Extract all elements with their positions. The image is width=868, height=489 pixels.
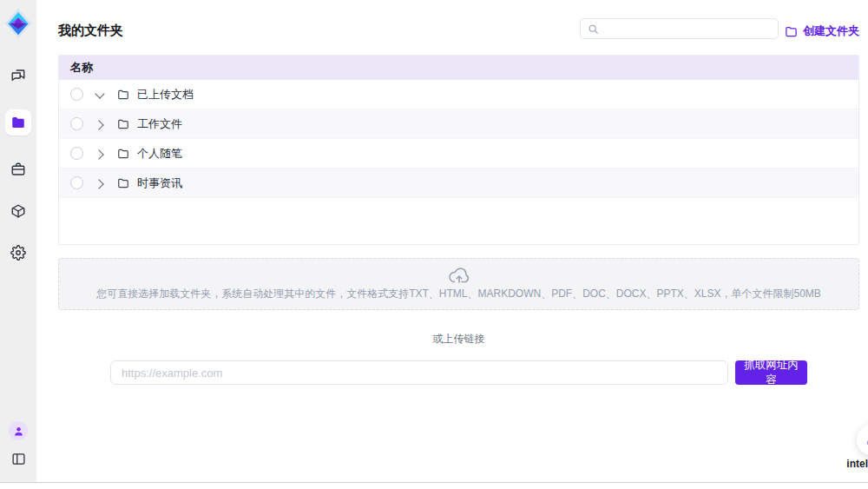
create-folder-button[interactable]: 创建文件夹 — [785, 23, 859, 39]
sidebar — [0, 0, 36, 482]
folder-icon — [117, 177, 129, 189]
chevron-down-icon[interactable] — [96, 91, 103, 98]
page-title: 我的文件夹 — [58, 23, 123, 39]
row-checkbox[interactable] — [70, 147, 83, 160]
search-icon — [588, 23, 599, 35]
create-folder-label: 创建文件夹 — [803, 23, 859, 39]
or-upload-link-label: 或上传链接 — [58, 332, 859, 347]
folder-name[interactable]: 已上传文档 — [137, 87, 194, 102]
chevron-right-icon[interactable] — [96, 180, 103, 187]
user-avatar[interactable] — [9, 421, 28, 440]
person-icon — [13, 426, 24, 437]
upload-dropzone[interactable]: 您可直接选择加载文件夹，系统自动处理其中的文件，文件格式支持TXT、HTML、M… — [58, 258, 859, 310]
sidebar-item-folders[interactable] — [5, 109, 31, 135]
table-header: 名称 — [59, 56, 858, 80]
panel-toggle-icon[interactable] — [10, 451, 26, 466]
search-input[interactable] — [604, 22, 778, 36]
briefcase-icon[interactable] — [10, 162, 26, 177]
intel-wordmark: intel — [846, 458, 868, 470]
intel-core-logo: intel core ultra — [844, 458, 868, 486]
search-box[interactable] — [580, 18, 779, 39]
name-column-header: 名称 — [70, 60, 93, 76]
url-upload-row: 抓取网址内容 — [58, 360, 859, 385]
folder-name[interactable]: 个人随笔 — [137, 146, 182, 162]
folder-icon — [117, 118, 129, 130]
download-button[interactable] — [857, 424, 868, 456]
upload-hint-text: 您可直接选择加载文件夹，系统自动处理其中的文件，文件格式支持TXT、HTML、M… — [96, 287, 821, 301]
row-checkbox[interactable] — [70, 117, 83, 130]
folder-icon — [117, 148, 129, 160]
folder-icon — [785, 25, 798, 38]
folder-name[interactable]: 时事资讯 — [137, 175, 182, 191]
cloud-upload-icon — [448, 267, 470, 284]
settings-gear-icon[interactable] — [10, 245, 26, 261]
chevron-right-icon[interactable] — [96, 150, 103, 157]
app-logo-icon — [3, 7, 33, 40]
row-checkbox[interactable] — [70, 176, 83, 189]
main-content: 我的文件夹 创建文件夹 名称 已上传文 — [36, 0, 868, 482]
folder-name[interactable]: 工作文件 — [137, 116, 182, 132]
table-row[interactable]: 工作文件 — [59, 109, 858, 139]
table-row[interactable]: 已上传文档 — [59, 80, 858, 109]
folder-table: 名称 已上传文档 工作文件 — [58, 55, 859, 245]
folder-icon — [117, 89, 129, 101]
fetch-url-button[interactable]: 抓取网址内容 — [735, 360, 807, 385]
table-row[interactable]: 个人随笔 — [59, 139, 858, 169]
url-input[interactable] — [110, 360, 728, 385]
chevron-right-icon[interactable] — [96, 121, 103, 128]
cube-icon[interactable] — [10, 203, 26, 219]
folder-icon — [10, 115, 26, 130]
sidebar-nav — [5, 68, 31, 261]
row-checkbox[interactable] — [70, 88, 83, 101]
sidebar-bottom — [9, 421, 28, 466]
table-row[interactable]: 时事资讯 — [59, 169, 858, 198]
chat-icon[interactable] — [10, 68, 26, 83]
app-window: 我的文件夹 创建文件夹 名称 已上传文 — [0, 0, 868, 483]
